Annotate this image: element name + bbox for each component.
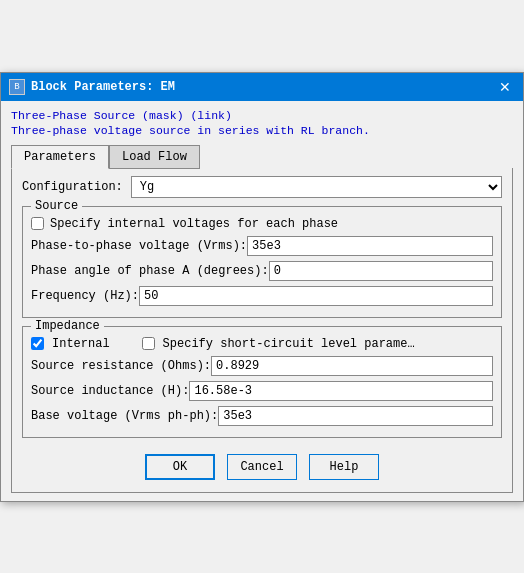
internal-checkbox[interactable] xyxy=(31,337,44,350)
tab-parameters[interactable]: Parameters xyxy=(11,145,109,169)
phase-angle-row: Phase angle of phase A (degrees): xyxy=(31,261,493,281)
frequency-input[interactable] xyxy=(139,286,493,306)
title-bar: B Block Parameters: EM ✕ xyxy=(1,73,523,101)
base-voltage-input[interactable] xyxy=(218,406,493,426)
specify-short-label: Specify short-circuit level parame… xyxy=(163,337,415,351)
source-section: Source Specify internal voltages for eac… xyxy=(22,206,502,318)
source-resistance-label: Source resistance (Ohms): xyxy=(31,359,211,373)
source-inductance-row: Source inductance (H): xyxy=(31,381,493,401)
window-title: Block Parameters: EM xyxy=(31,80,175,94)
phase-voltage-label: Phase-to-phase voltage (Vrms): xyxy=(31,239,247,253)
frequency-label: Frequency (Hz): xyxy=(31,289,139,303)
specify-short-checkbox[interactable] xyxy=(142,337,155,350)
frequency-row: Frequency (Hz): xyxy=(31,286,493,306)
main-content: Three-Phase Source (mask) (link) Three-p… xyxy=(1,101,523,501)
source-section-content: Specify internal voltages for each phase… xyxy=(31,217,493,306)
window-icon: B xyxy=(9,79,25,95)
close-button[interactable]: ✕ xyxy=(495,77,515,97)
configuration-label: Configuration: xyxy=(22,180,123,194)
base-voltage-label: Base voltage (Vrms ph-ph): xyxy=(31,409,218,423)
source-inductance-label: Source inductance (H): xyxy=(31,384,189,398)
configuration-row: Configuration: Yg Y Delta xyxy=(22,176,502,198)
source-resistance-row: Source resistance (Ohms): xyxy=(31,356,493,376)
cancel-button[interactable]: Cancel xyxy=(227,454,297,480)
tab-content-parameters: Configuration: Yg Y Delta Source Specify… xyxy=(11,168,513,493)
configuration-select[interactable]: Yg Y Delta xyxy=(131,176,502,198)
block-parameters-window: B Block Parameters: EM ✕ Three-Phase Sou… xyxy=(0,72,524,502)
help-button[interactable]: Help xyxy=(309,454,379,480)
impedance-legend: Impedance xyxy=(31,319,104,333)
description-line2: Three-phase voltage source in series wit… xyxy=(11,124,513,137)
base-voltage-row: Base voltage (Vrms ph-ph): xyxy=(31,406,493,426)
source-resistance-input[interactable] xyxy=(211,356,493,376)
phase-voltage-input[interactable] xyxy=(247,236,493,256)
phase-angle-input[interactable] xyxy=(269,261,493,281)
internal-label: Internal xyxy=(52,337,110,351)
specify-voltages-checkbox[interactable] xyxy=(31,217,44,230)
impedance-checkbox-row: Internal Specify short-circuit level par… xyxy=(31,337,493,351)
button-row: OK Cancel Help xyxy=(22,446,502,484)
title-bar-left: B Block Parameters: EM xyxy=(9,79,175,95)
ok-button[interactable]: OK xyxy=(145,454,215,480)
impedance-section-content: Internal Specify short-circuit level par… xyxy=(31,337,493,426)
description-line1: Three-Phase Source (mask) (link) xyxy=(11,109,513,122)
source-inductance-input[interactable] xyxy=(189,381,493,401)
tab-bar: Parameters Load Flow xyxy=(11,145,513,169)
impedance-section: Impedance Internal Specify short-circuit… xyxy=(22,326,502,438)
phase-angle-label: Phase angle of phase A (degrees): xyxy=(31,264,269,278)
specify-voltages-row: Specify internal voltages for each phase xyxy=(31,217,493,231)
phase-voltage-row: Phase-to-phase voltage (Vrms): xyxy=(31,236,493,256)
window-icon-label: B xyxy=(14,82,19,92)
source-legend: Source xyxy=(31,199,82,213)
specify-voltages-label: Specify internal voltages for each phase xyxy=(50,217,338,231)
tab-loadflow[interactable]: Load Flow xyxy=(109,145,200,169)
